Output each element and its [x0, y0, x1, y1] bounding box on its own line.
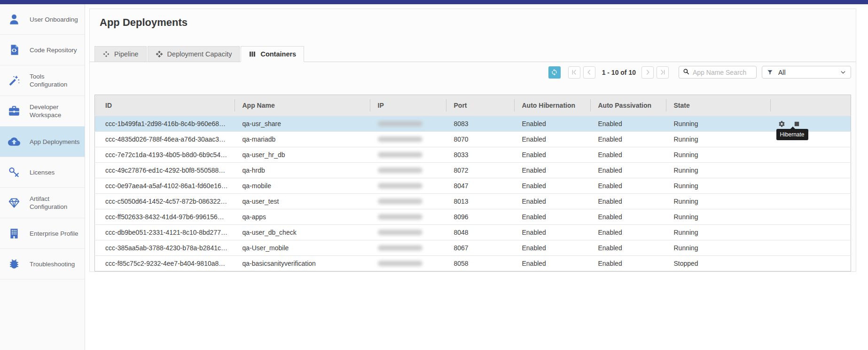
table-row[interactable]: ccc-c5050d64-1452-4c57-872b-086322…qa-us… [95, 194, 851, 209]
cell-auto-hibernation: Enabled [515, 147, 591, 163]
refresh-button[interactable] [548, 66, 561, 79]
ip-redacted-blur [378, 261, 422, 266]
cell-port: 8072 [446, 163, 515, 178]
sidebar-item-label: Artifact Configuration [30, 195, 83, 211]
app-name-search-input[interactable] [693, 69, 752, 76]
cell-auto-passivation: Enabled [591, 132, 666, 147]
sidebar-item-label: Enterprise Profile [30, 230, 83, 238]
cell-app-name: qa-hrdb [235, 163, 370, 178]
sidebar-item-user-onboarding[interactable]: User Onboarding [0, 4, 85, 35]
cell-actions [771, 209, 851, 225]
previous-page-button[interactable] [583, 66, 595, 79]
cell-actions [771, 256, 851, 271]
cell-id: ccc-7e72c1da-4193-4b05-b8d0-6b9c54… [95, 147, 235, 163]
tab-pipeline[interactable]: Pipeline [94, 46, 147, 62]
code-file-icon [8, 44, 20, 56]
last-page-button[interactable] [657, 66, 669, 79]
cell-app-name: qa-User_mobile [235, 240, 370, 256]
column-header-state: State [666, 95, 771, 116]
cell-auto-passivation: Enabled [591, 163, 666, 178]
column-header-actions [771, 95, 851, 116]
cell-port: 8096 [446, 209, 515, 225]
sidebar-item-enterprise-profile[interactable]: Enterprise Profile [0, 218, 85, 249]
sidebar-item-code-repository[interactable]: Code Repository [0, 35, 85, 65]
cell-state: Running [666, 163, 771, 178]
hibernate-tooltip: Hibernate [776, 129, 808, 140]
settings-gear-icon[interactable] [778, 120, 785, 127]
table-row[interactable]: ccc-1b499fa1-2d98-416b-8c4b-960e68…qa-us… [95, 116, 851, 132]
cell-ip [370, 256, 446, 271]
first-page-button[interactable] [568, 66, 580, 79]
ip-redacted-blur [378, 121, 422, 127]
cell-ip [370, 225, 446, 240]
tab-deployment-capacity[interactable]: Deployment Capacity [148, 46, 240, 62]
cell-state: Running [666, 116, 771, 132]
table-row[interactable]: ccc-0e97aea4-a5af-4102-86a1-fd60e16…qa-m… [95, 178, 851, 194]
ip-redacted-blur [378, 230, 422, 235]
next-page-button[interactable] [641, 66, 654, 79]
cell-ip [370, 163, 446, 178]
cell-id: ccc-385aa5ab-3788-4230-b78a-b2841c… [95, 240, 235, 256]
table-row[interactable]: ccc-49c27876-ed1c-4292-b0f8-550588…qa-hr… [95, 163, 851, 178]
sidebar-item-tools-configuration[interactable]: Tools Configuration [0, 65, 85, 96]
cell-port: 8067 [446, 240, 515, 256]
sidebar-nav: User OnboardingCode RepositoryTools Conf… [0, 4, 85, 350]
ip-redacted-blur [378, 136, 422, 142]
sidebar-item-licenses[interactable]: Licenses [0, 157, 85, 188]
ip-redacted-blur [378, 214, 422, 220]
cell-app-name: qa-apps [235, 209, 370, 225]
state-filter-dropdown[interactable]: All [762, 66, 851, 79]
ip-redacted-blur [378, 167, 422, 173]
sidebar-item-troubleshooting[interactable]: Troubleshooting [0, 249, 85, 279]
previous-page-icon [586, 69, 593, 76]
ip-redacted-blur [378, 245, 422, 251]
next-page-icon [644, 69, 651, 76]
table-row[interactable]: ccc-7e72c1da-4193-4b05-b8d0-6b9c54…qa-us… [95, 147, 851, 163]
cell-actions [771, 147, 851, 163]
table-row[interactable]: ccc-ff502633-8432-41d4-97b6-996156…qa-ap… [95, 209, 851, 225]
column-header-auto-passivation: Auto Passivation [591, 95, 666, 116]
table-row[interactable]: ccc-385aa5ab-3788-4230-b78a-b2841c…qa-Us… [95, 240, 851, 256]
cell-app-name: qa-mobile [235, 178, 370, 194]
chevron-down-icon [840, 70, 846, 75]
sidebar-item-label: App Deployments [30, 138, 83, 146]
cell-auto-hibernation: Enabled [515, 256, 591, 271]
cell-actions [771, 178, 851, 194]
cell-app-name: qa-mariadb [235, 132, 370, 147]
sidebar-item-label: Troubleshooting [30, 260, 83, 268]
cell-id: ccc-f85c75c2-9232-4ee7-b404-9810a8… [95, 256, 235, 271]
cell-actions [771, 194, 851, 209]
sidebar-item-developer-workspace[interactable]: Developer Workspace [0, 96, 85, 127]
sidebar-item-app-deployments[interactable]: App Deployments [0, 127, 85, 157]
page-title: App Deployments [100, 16, 856, 29]
cell-actions [771, 225, 851, 240]
first-page-icon [571, 69, 578, 76]
cell-actions: Hibernate [771, 116, 851, 132]
table-row[interactable]: ccc-db9be051-2331-4121-8c10-8bd277…qa-us… [95, 225, 851, 240]
tab-containers[interactable]: Containers [241, 46, 304, 62]
cell-ip [370, 209, 446, 225]
cell-actions [771, 163, 851, 178]
cell-app-name: qa-usr_share [235, 116, 370, 132]
refresh-icon [551, 69, 558, 76]
last-page-icon [659, 69, 666, 76]
table-header-row: IDApp NameIPPortAuto HibernationAuto Pas… [95, 95, 851, 116]
filter-selected-value: All [778, 69, 840, 76]
cell-auto-hibernation: Enabled [515, 132, 591, 147]
column-header-id: ID [95, 95, 235, 116]
cell-auto-passivation: Enabled [591, 225, 666, 240]
search-icon [683, 68, 689, 77]
cell-auto-hibernation: Enabled [515, 163, 591, 178]
cell-state: Running [666, 209, 771, 225]
cell-state: Running [666, 194, 771, 209]
table-row[interactable]: ccc-4835d026-788f-46ea-a76d-30aac3…qa-ma… [95, 132, 851, 147]
top-navbar [0, 0, 868, 4]
cell-port: 8047 [446, 178, 515, 194]
table-row[interactable]: ccc-f85c75c2-9232-4ee7-b404-9810a8…qa-ba… [95, 256, 851, 271]
cell-id: ccc-49c27876-ed1c-4292-b0f8-550588… [95, 163, 235, 178]
magic-wand-icon [8, 74, 20, 87]
tab-label: Deployment Capacity [167, 50, 232, 58]
tab-label: Containers [260, 50, 296, 58]
sidebar-item-artifact-configuration[interactable]: Artifact Configuration [0, 188, 85, 218]
app-deployments-panel: App Deployments PipelineDeployment Capac… [89, 8, 856, 272]
